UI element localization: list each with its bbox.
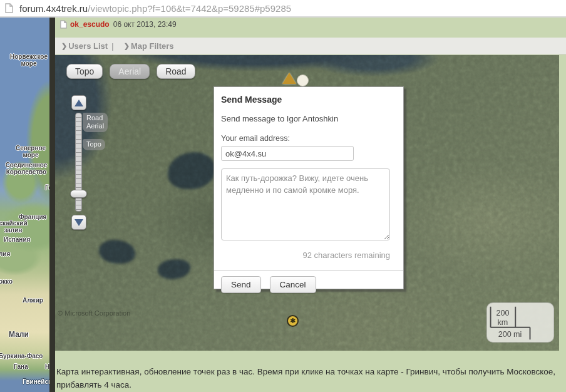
send-message-dialog: Send Message Send message to Igor Antosh… bbox=[214, 86, 404, 289]
triangle-down-icon bbox=[75, 219, 83, 226]
zoom-out-button[interactable] bbox=[71, 215, 86, 230]
minimap-label: Буркина-Фасо bbox=[0, 353, 43, 359]
minimap-label: скайский залив bbox=[0, 220, 30, 234]
url-path: /viewtopic.php?f=106&t=7442&p=59285#p592… bbox=[88, 3, 291, 14]
scale-km-value: 200 bbox=[496, 309, 509, 317]
map-marker-star-icon[interactable]: ✱ bbox=[287, 315, 299, 327]
post-author-link[interactable]: ok_escudo bbox=[70, 20, 110, 29]
minimap-label: Ни bbox=[45, 363, 49, 370]
map-filters-link[interactable]: ❯ Map Filters bbox=[118, 41, 174, 51]
zoom-level-flyout-road-aerial[interactable]: Road Aerial bbox=[83, 113, 108, 132]
map-lake bbox=[99, 240, 135, 264]
email-field[interactable] bbox=[221, 146, 354, 161]
url-text[interactable]: forum.4x4trek.ru/viewtopic.php?f=106&t=7… bbox=[19, 3, 291, 14]
minimap-label: Соединенное Королевство bbox=[0, 162, 49, 175]
content-left-border bbox=[49, 18, 55, 392]
zoom-slider-thumb[interactable] bbox=[70, 190, 87, 198]
page: Норвежское море Северное море Соединенно… bbox=[0, 18, 566, 392]
map-type-switcher: Topo Aerial Road bbox=[66, 64, 195, 79]
map-description-text: Карта интерактивная, обновление точек ра… bbox=[56, 365, 557, 391]
zoom-level-flyout-topo[interactable]: Topo bbox=[83, 139, 105, 150]
dialog-divider bbox=[214, 270, 403, 271]
minimap-label: Испания bbox=[4, 236, 30, 243]
topo-button[interactable]: Topo bbox=[66, 64, 103, 79]
map-scale-indicator: 200 km 200 mi bbox=[486, 302, 554, 343]
minimap-label: Мали bbox=[9, 331, 29, 338]
dialog-title: Send Message bbox=[221, 95, 396, 105]
chevron-right-icon: ❯ bbox=[124, 42, 130, 50]
minimap-label: Норвежское море bbox=[8, 53, 49, 67]
map-filters-label: Map Filters bbox=[131, 41, 174, 51]
message-textarea[interactable]: Как путь-дорожка? Вижу, идете очень медл… bbox=[221, 168, 390, 240]
toolbar-separator: | bbox=[111, 41, 114, 51]
dialog-subtitle: Send message to Igor Antoshkin bbox=[221, 114, 396, 123]
dialog-buttons: Send Cancel bbox=[221, 276, 396, 293]
users-list-link[interactable]: ❯ Users List bbox=[55, 41, 108, 51]
minimap-label: Алжир bbox=[23, 297, 43, 304]
forum-content: ok_escudo 06 окт 2013, 23:49 ❯ Users Lis… bbox=[55, 18, 566, 392]
triangle-up-icon bbox=[75, 100, 83, 106]
chevron-right-icon: ❯ bbox=[61, 42, 67, 50]
map-copyright: © Microsoft Corporation bbox=[58, 309, 130, 317]
url-domain: forum.4x4trek.ru bbox=[19, 3, 88, 14]
send-button[interactable]: Send bbox=[221, 276, 261, 293]
minimap-label: Гвинейски bbox=[23, 378, 49, 385]
map-lake bbox=[168, 152, 215, 189]
map-marker-circle-icon[interactable] bbox=[297, 75, 309, 86]
background-roadmap[interactable]: Норвежское море Северное море Соединенно… bbox=[0, 18, 49, 392]
map-lake bbox=[158, 259, 190, 279]
post-icon bbox=[60, 20, 67, 29]
post-date: 06 окт 2013, 23:49 bbox=[113, 20, 177, 29]
minimap-label: Ге bbox=[45, 184, 49, 191]
map-marker-triangle-icon[interactable] bbox=[282, 73, 296, 84]
minimap-label: лия bbox=[0, 250, 10, 257]
users-list-label: Users List bbox=[68, 41, 108, 51]
minimap-label: окко bbox=[0, 278, 13, 285]
map-toolbar: ❯ Users List | ❯ Map Filters bbox=[55, 38, 566, 54]
post-header: ok_escudo 06 окт 2013, 23:49 bbox=[60, 20, 177, 29]
minimap-label: Гана bbox=[14, 363, 28, 370]
page-icon bbox=[5, 3, 13, 13]
cancel-button[interactable]: Cancel bbox=[270, 276, 316, 293]
characters-remaining: 92 characters remaining bbox=[221, 250, 390, 260]
browser-address-bar[interactable]: forum.4x4trek.ru/viewtopic.php?f=106&t=7… bbox=[0, 0, 566, 18]
zoom-in-button[interactable] bbox=[71, 95, 86, 110]
scale-mi-label: 200 mi bbox=[498, 330, 522, 339]
minimap-label: Северное море bbox=[13, 145, 49, 158]
email-label: Your email address: bbox=[221, 134, 396, 143]
scale-km-unit: km bbox=[498, 318, 508, 327]
road-button[interactable]: Road bbox=[157, 64, 195, 79]
aerial-button[interactable]: Aerial bbox=[110, 64, 150, 79]
